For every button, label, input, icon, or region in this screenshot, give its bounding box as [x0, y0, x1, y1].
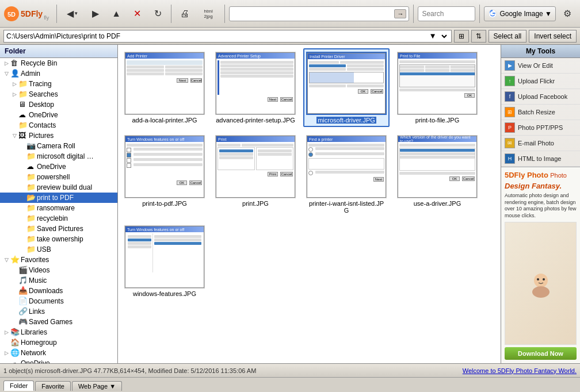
email-photo-button[interactable]: ✉ E-mail Photo	[501, 136, 580, 151]
forward-button[interactable]: ▶	[86, 5, 105, 23]
expand-icon[interactable]	[18, 204, 26, 212]
up-button[interactable]: ▲	[107, 5, 125, 23]
expand-icon[interactable]: ▷	[2, 349, 10, 357]
thumbnail-item[interactable]: Advanced Printer Setup	[212, 48, 299, 127]
sidebar-item-tracing[interactable]: ▷ 📁 Tracing	[0, 79, 117, 89]
thumbnail-item[interactable]: Which version of the driver do you want …	[394, 132, 480, 217]
sidebar-item-network[interactable]: ▷ 🌐 Network	[0, 348, 117, 358]
expand-icon[interactable]	[10, 101, 18, 109]
thumbnail-item[interactable]: Turn Windows features on or off OK Cance…	[121, 132, 208, 217]
refresh-button[interactable]: ↻	[148, 5, 167, 23]
tab-favorite[interactable]: Favorite	[35, 381, 71, 391]
upload-facebook-button[interactable]: f Upload Facebook	[501, 89, 580, 105]
sidebar-item-videos[interactable]: 🎬 Videos	[0, 265, 117, 275]
status-link[interactable]: Welcome to 5DFly Photo Fantacy World.	[463, 367, 577, 374]
sidebar-item-onedrive3[interactable]: ☁ OneDrive	[0, 358, 117, 363]
sidebar-item-onedrive2[interactable]: ☁ OneDrive	[0, 162, 117, 172]
sidebar-item-downloads[interactable]: 📥 Downloads	[0, 286, 117, 296]
thumbnail-item-selected[interactable]: Install Printer Driver OK Cancel	[303, 48, 390, 127]
sidebar-item-msdigital[interactable]: 📁 microsoft digital ima...	[0, 151, 117, 162]
upload-flickr-button[interactable]: ↑ Upload Flickr	[501, 74, 580, 89]
path-dropdown[interactable]: ▼	[425, 30, 449, 43]
sidebar-item-cameraroll[interactable]: 📷 Camera Roll	[0, 141, 117, 151]
sidebar-item-printtopdf[interactable]: ▷ 📂 print to PDF	[0, 193, 117, 203]
sidebar-item-links[interactable]: 🔗 Links	[0, 306, 117, 317]
cloud-icon: ☁	[10, 359, 20, 363]
sidebar-item-favorites[interactable]: ▽ ⭐ Favorites	[0, 255, 117, 265]
batch-resize-button[interactable]: ⊞ Batch Resize	[501, 105, 580, 120]
expand-icon[interactable]	[10, 111, 18, 119]
tab-folder[interactable]: Folder	[3, 381, 34, 391]
sidebar-item-homegroup[interactable]: 🏠 Homegroup	[0, 337, 117, 348]
expand-icon[interactable]	[10, 297, 18, 305]
google-image-button[interactable]: Google Image ▼	[484, 6, 556, 21]
expand-icon[interactable]	[10, 266, 18, 274]
stop-button[interactable]: ✕	[128, 5, 146, 23]
sidebar-item-usb[interactable]: 📁 USB	[0, 244, 117, 255]
photo-ppt-button[interactable]: P Photo PPT/PPS	[501, 120, 580, 136]
expand-icon[interactable]	[2, 359, 10, 363]
sidebar-item-powershell[interactable]: 📁 powershell	[0, 172, 117, 182]
expand-icon[interactable]	[18, 152, 26, 160]
expand-icon[interactable]	[18, 142, 26, 150]
expand-icon[interactable]	[18, 245, 26, 253]
htmljpg-button[interactable]: html2jpg	[196, 5, 220, 23]
expand-icon[interactable]	[10, 121, 18, 129]
download-now-button[interactable]: Download Now	[505, 347, 577, 360]
view-or-edit-button[interactable]: ▶ View Or Edit	[501, 58, 580, 74]
thumbnail-item[interactable]: Print	[212, 132, 299, 217]
expand-icon[interactable]	[10, 308, 18, 316]
thumbnail-item[interactable]: Add Printer Next Cancel add-a-local-prin…	[121, 48, 208, 127]
view-options-button[interactable]: ⊞	[454, 30, 469, 43]
html-to-image-button[interactable]: H HTML to Image	[501, 151, 580, 167]
sidebar-item-recyclebin2[interactable]: 📁 recyclebin	[0, 213, 117, 224]
sidebar-item-savedgames[interactable]: 🎮 Saved Games	[0, 317, 117, 327]
sidebar-item-takeownership[interactable]: 📁 take ownership	[0, 234, 117, 244]
expand-icon[interactable]	[18, 235, 26, 243]
thumbnail-item[interactable]: Find a printer Next printer-i-want-isnt-…	[303, 132, 390, 217]
expand-icon[interactable]	[10, 276, 18, 285]
thumbnail-item[interactable]: Print to File OK pr	[394, 48, 480, 127]
expand-icon[interactable]: ▽	[2, 256, 10, 264]
expand-icon[interactable]: ▷	[2, 328, 10, 336]
expand-icon[interactable]: ▽	[2, 70, 10, 78]
invert-select-button[interactable]: Invert select	[529, 30, 577, 43]
expand-icon[interactable]: ▷	[18, 194, 26, 202]
tab-webpage[interactable]: Web Page ▼	[72, 381, 122, 391]
sidebar-item-contacts[interactable]: 📁 Contacts	[0, 120, 117, 130]
sidebar-item-documents[interactable]: 📄 Documents	[0, 296, 117, 306]
expand-icon[interactable]: ▽	[10, 132, 18, 140]
expand-icon[interactable]	[18, 163, 26, 171]
sidebar-item-libraries[interactable]: ▷ 📚 Libraries	[0, 327, 117, 337]
expand-icon[interactable]	[18, 173, 26, 181]
right-panel: My Tools ▶ View Or Edit ↑ Upload Flickr …	[501, 45, 580, 363]
url-input[interactable]	[232, 10, 392, 18]
expand-icon[interactable]	[18, 214, 26, 222]
sidebar-item-savedpictures[interactable]: 📁 Saved Pictures	[0, 224, 117, 234]
back-button[interactable]: ◀▼	[61, 5, 84, 23]
print-button[interactable]: 🖨	[175, 5, 194, 23]
sidebar-item-label: Libraries	[21, 328, 47, 336]
settings-button[interactable]: ⚙	[558, 5, 577, 23]
expand-icon[interactable]	[2, 339, 10, 347]
expand-icon[interactable]	[10, 318, 18, 326]
sidebar-item-music[interactable]: 🎵 Music	[0, 275, 117, 286]
select-all-button[interactable]: Select all	[489, 30, 527, 43]
expand-icon[interactable]: ▷	[10, 90, 18, 98]
sidebar-item-admin[interactable]: ▽ 👤 Admin	[0, 68, 117, 79]
sidebar-item-searches[interactable]: ▷ 📁 Searches	[0, 89, 117, 99]
expand-icon[interactable]	[18, 225, 26, 233]
sidebar-item-previewbuild[interactable]: 📁 preview build dual	[0, 182, 117, 193]
sidebar-item-ransomware[interactable]: 📁 ransomware	[0, 203, 117, 213]
sidebar-item-desktop[interactable]: 🖥 Desktop	[0, 99, 117, 110]
expand-icon[interactable]: ▷	[2, 59, 10, 67]
sort-button[interactable]: ⇅	[471, 30, 486, 43]
sidebar-item-recycle[interactable]: ▷ 🗑 Recycle Bin	[0, 58, 117, 68]
sidebar-item-onedrive1[interactable]: ☁ OneDrive	[0, 110, 117, 120]
url-go-button[interactable]: →	[394, 9, 406, 18]
sidebar-item-pictures[interactable]: ▽ 🖼 Pictures	[0, 130, 117, 141]
expand-icon[interactable]	[10, 287, 18, 295]
expand-icon[interactable]: ▷	[10, 80, 18, 88]
expand-icon[interactable]	[18, 183, 26, 191]
thumbnail-item[interactable]: Turn Windows features on or off	[121, 222, 208, 301]
